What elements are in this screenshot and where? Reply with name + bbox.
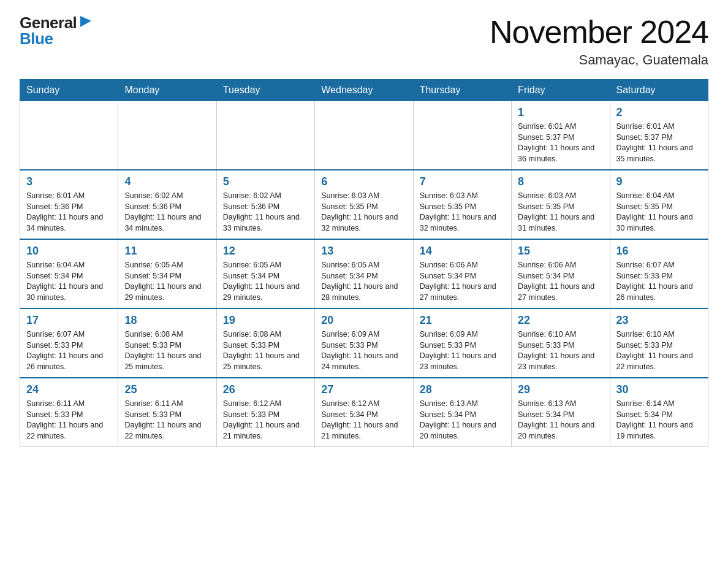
- day-info: Sunrise: 6:02 AM Sunset: 5:36 PM Dayligh…: [124, 191, 210, 234]
- day-number: 16: [616, 245, 702, 258]
- day-number: 7: [420, 175, 505, 188]
- day-info: Sunrise: 6:01 AM Sunset: 5:37 PM Dayligh…: [518, 121, 603, 164]
- table-row: 28Sunrise: 6:13 AM Sunset: 5:34 PM Dayli…: [413, 378, 511, 447]
- logo: General Blue: [20, 15, 91, 47]
- header-thursday: Thursday: [413, 80, 511, 101]
- day-number: 30: [616, 383, 702, 396]
- day-number: 22: [518, 314, 603, 327]
- table-row: [413, 101, 511, 170]
- day-info: Sunrise: 6:05 AM Sunset: 5:34 PM Dayligh…: [124, 260, 210, 303]
- header-friday: Friday: [512, 80, 610, 101]
- day-info: Sunrise: 6:07 AM Sunset: 5:33 PM Dayligh…: [616, 260, 702, 303]
- day-number: 25: [124, 383, 210, 396]
- day-number: 3: [26, 175, 112, 188]
- day-number: 5: [223, 175, 308, 188]
- day-number: 11: [124, 245, 210, 258]
- table-row: 7Sunrise: 6:03 AM Sunset: 5:35 PM Daylig…: [413, 170, 511, 239]
- day-info: Sunrise: 6:05 AM Sunset: 5:34 PM Dayligh…: [223, 260, 308, 303]
- day-info: Sunrise: 6:03 AM Sunset: 5:35 PM Dayligh…: [518, 191, 603, 234]
- table-row: 21Sunrise: 6:09 AM Sunset: 5:33 PM Dayli…: [413, 308, 511, 378]
- day-info: Sunrise: 6:13 AM Sunset: 5:34 PM Dayligh…: [420, 399, 505, 442]
- day-info: Sunrise: 6:09 AM Sunset: 5:33 PM Dayligh…: [420, 329, 505, 372]
- table-row: 9Sunrise: 6:04 AM Sunset: 5:35 PM Daylig…: [610, 170, 708, 239]
- day-info: Sunrise: 6:07 AM Sunset: 5:33 PM Dayligh…: [26, 329, 112, 372]
- day-info: Sunrise: 6:01 AM Sunset: 5:36 PM Dayligh…: [26, 191, 112, 234]
- table-row: 26Sunrise: 6:12 AM Sunset: 5:33 PM Dayli…: [216, 378, 314, 447]
- table-row: 18Sunrise: 6:08 AM Sunset: 5:33 PM Dayli…: [118, 308, 216, 378]
- table-row: 3Sunrise: 6:01 AM Sunset: 5:36 PM Daylig…: [20, 170, 118, 239]
- day-number: 13: [321, 245, 406, 258]
- day-info: Sunrise: 6:11 AM Sunset: 5:33 PM Dayligh…: [124, 399, 210, 442]
- month-year-title: November 2024: [490, 15, 708, 50]
- day-number: 26: [223, 383, 308, 396]
- day-number: 12: [223, 245, 308, 258]
- table-row: 12Sunrise: 6:05 AM Sunset: 5:34 PM Dayli…: [216, 239, 314, 308]
- day-number: 2: [616, 106, 702, 119]
- table-row: 23Sunrise: 6:10 AM Sunset: 5:33 PM Dayli…: [610, 308, 708, 378]
- day-info: Sunrise: 6:01 AM Sunset: 5:37 PM Dayligh…: [616, 121, 702, 164]
- day-number: 18: [124, 314, 210, 327]
- day-info: Sunrise: 6:06 AM Sunset: 5:34 PM Dayligh…: [518, 260, 603, 303]
- day-number: 6: [321, 175, 406, 188]
- calendar-week-row: 1Sunrise: 6:01 AM Sunset: 5:37 PM Daylig…: [20, 101, 708, 170]
- day-number: 4: [124, 175, 210, 188]
- table-row: 1Sunrise: 6:01 AM Sunset: 5:37 PM Daylig…: [512, 101, 610, 170]
- calendar-week-row: 24Sunrise: 6:11 AM Sunset: 5:33 PM Dayli…: [20, 378, 708, 447]
- calendar-week-row: 17Sunrise: 6:07 AM Sunset: 5:33 PM Dayli…: [20, 308, 708, 378]
- table-row: 16Sunrise: 6:07 AM Sunset: 5:33 PM Dayli…: [610, 239, 708, 308]
- day-number: 28: [420, 383, 505, 396]
- table-row: [216, 101, 314, 170]
- day-number: 21: [420, 314, 505, 327]
- header-saturday: Saturday: [610, 80, 708, 101]
- table-row: 6Sunrise: 6:03 AM Sunset: 5:35 PM Daylig…: [315, 170, 413, 239]
- table-row: 24Sunrise: 6:11 AM Sunset: 5:33 PM Dayli…: [20, 378, 118, 447]
- table-row: 15Sunrise: 6:06 AM Sunset: 5:34 PM Dayli…: [512, 239, 610, 308]
- header-monday: Monday: [118, 80, 216, 101]
- table-row: 11Sunrise: 6:05 AM Sunset: 5:34 PM Dayli…: [118, 239, 216, 308]
- calendar-header-row: Sunday Monday Tuesday Wednesday Thursday…: [20, 80, 708, 101]
- table-row: 27Sunrise: 6:12 AM Sunset: 5:34 PM Dayli…: [315, 378, 413, 447]
- day-info: Sunrise: 6:10 AM Sunset: 5:33 PM Dayligh…: [518, 329, 603, 372]
- table-row: 29Sunrise: 6:13 AM Sunset: 5:34 PM Dayli…: [512, 378, 610, 447]
- calendar-week-row: 3Sunrise: 6:01 AM Sunset: 5:36 PM Daylig…: [20, 170, 708, 239]
- day-info: Sunrise: 6:08 AM Sunset: 5:33 PM Dayligh…: [223, 329, 308, 372]
- day-number: 14: [420, 245, 505, 258]
- day-info: Sunrise: 6:05 AM Sunset: 5:34 PM Dayligh…: [321, 260, 406, 303]
- table-row: 17Sunrise: 6:07 AM Sunset: 5:33 PM Dayli…: [20, 308, 118, 378]
- calendar-week-row: 10Sunrise: 6:04 AM Sunset: 5:34 PM Dayli…: [20, 239, 708, 308]
- day-number: 15: [518, 245, 603, 258]
- table-row: [118, 101, 216, 170]
- day-info: Sunrise: 6:12 AM Sunset: 5:34 PM Dayligh…: [321, 399, 406, 442]
- day-number: 9: [616, 175, 702, 188]
- day-number: 10: [26, 245, 112, 258]
- header-sunday: Sunday: [20, 80, 118, 101]
- day-number: 8: [518, 175, 603, 188]
- day-number: 24: [26, 383, 112, 396]
- day-info: Sunrise: 6:14 AM Sunset: 5:34 PM Dayligh…: [616, 399, 702, 442]
- table-row: 8Sunrise: 6:03 AM Sunset: 5:35 PM Daylig…: [512, 170, 610, 239]
- day-number: 29: [518, 383, 603, 396]
- day-number: 17: [26, 314, 112, 327]
- svg-marker-0: [80, 16, 91, 27]
- table-row: 13Sunrise: 6:05 AM Sunset: 5:34 PM Dayli…: [315, 239, 413, 308]
- day-info: Sunrise: 6:04 AM Sunset: 5:34 PM Dayligh…: [26, 260, 112, 303]
- day-info: Sunrise: 6:03 AM Sunset: 5:35 PM Dayligh…: [321, 191, 406, 234]
- location-subtitle: Samayac, Guatemala: [490, 52, 708, 68]
- table-row: 22Sunrise: 6:10 AM Sunset: 5:33 PM Dayli…: [512, 308, 610, 378]
- day-info: Sunrise: 6:10 AM Sunset: 5:33 PM Dayligh…: [616, 329, 702, 372]
- page-header: General Blue November 2024 Samayac, Guat…: [20, 15, 708, 68]
- day-info: Sunrise: 6:12 AM Sunset: 5:33 PM Dayligh…: [223, 399, 308, 442]
- day-number: 23: [616, 314, 702, 327]
- logo-blue-text: Blue: [20, 29, 53, 48]
- table-row: 25Sunrise: 6:11 AM Sunset: 5:33 PM Dayli…: [118, 378, 216, 447]
- day-info: Sunrise: 6:06 AM Sunset: 5:34 PM Dayligh…: [420, 260, 505, 303]
- day-info: Sunrise: 6:13 AM Sunset: 5:34 PM Dayligh…: [518, 399, 603, 442]
- day-info: Sunrise: 6:11 AM Sunset: 5:33 PM Dayligh…: [26, 399, 112, 442]
- title-block: November 2024 Samayac, Guatemala: [490, 15, 708, 68]
- day-info: Sunrise: 6:08 AM Sunset: 5:33 PM Dayligh…: [124, 329, 210, 372]
- day-number: 20: [321, 314, 406, 327]
- table-row: 10Sunrise: 6:04 AM Sunset: 5:34 PM Dayli…: [20, 239, 118, 308]
- table-row: 14Sunrise: 6:06 AM Sunset: 5:34 PM Dayli…: [413, 239, 511, 308]
- calendar-table: Sunday Monday Tuesday Wednesday Thursday…: [20, 79, 708, 447]
- header-tuesday: Tuesday: [216, 80, 314, 101]
